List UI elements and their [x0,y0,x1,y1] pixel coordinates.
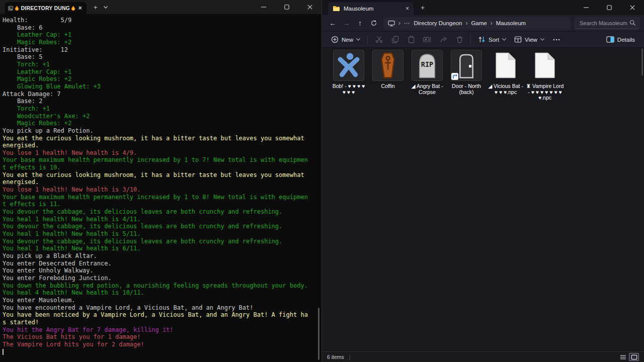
terminal-line: You pick up a Black Altar. [3,252,315,260]
back-button[interactable]: ← [326,17,340,30]
terminal-line: Glowing Blue Amulet: +3 [3,83,315,90]
explorer-command-bar: New Sort View [322,31,644,48]
terminal-line: You enter Unholy Walkway. [3,267,315,275]
delete-button[interactable] [451,33,467,46]
rename-button[interactable] [419,33,435,46]
paste-button[interactable] [403,33,419,46]
more-options-button[interactable] [548,33,565,46]
chevron-down-icon [540,38,544,41]
terminal-minimize-button[interactable] [252,0,275,14]
coffin-icon [374,52,401,79]
breadcrumb-item-mausoleum[interactable]: Mausoleum [496,20,526,26]
terminal-line: Attack Damage: 7 [3,90,315,98]
file-item-angry-bat-corpse[interactable]: ◢ Angry Bat - Corpse [408,50,447,101]
explorer-close-button[interactable] [621,0,644,15]
search-input[interactable] [579,20,629,27]
breadcrumb-chevron-icon: › [465,20,467,27]
new-button[interactable]: New [327,33,364,46]
explorer-scrollbar-thumb[interactable] [641,48,643,75]
terminal-cursor-line [3,348,315,356]
terminal-scrollbar[interactable] [315,14,321,362]
list-view-toggle[interactable] [618,353,628,361]
toolbar-divider [470,35,471,44]
file-item-bob[interactable]: Bob! - ♥ ♥ ♥ ♥ ♥ ♥ ♥ [329,50,368,101]
terminal-line: You devour the cabbage, its delicious le… [3,223,315,230]
new-plus-icon [331,36,339,43]
terminal-line: You heal 1 health! New health is 6/11. [3,245,315,252]
terminal-line: The Vampire Lord hits you for 2 damage! [3,341,315,348]
terminal-close-button[interactable] [298,0,321,14]
details-button[interactable]: Details [602,33,639,46]
terminal-app-icon [8,5,13,12]
person-figure-icon [335,52,362,79]
terminal-line: Magic Robes: +2 [3,39,315,46]
npc-file-icon [495,52,516,79]
terminal-line: You hit the Angry Bat for 7 damage, kill… [3,326,315,334]
status-view-toggles [618,353,639,361]
share-icon [440,36,447,43]
cut-button[interactable] [371,33,387,46]
terminal-line: You enter Foreboding Junction. [3,275,315,282]
breadcrumb-item-directory-dungeon[interactable]: Directory Dungeon [414,20,462,26]
file-item-vampire-lord-npc[interactable]: ♜ Vampire Lord - ♥ ♥ ♥ ♥ ♥ ♥ ♥ ♥.npc [525,50,565,101]
breadcrumb-chevron-icon: › [398,20,400,27]
search-box[interactable] [575,17,640,29]
view-button[interactable]: View [510,33,548,46]
explorer-tab[interactable]: Mausoleum × [328,2,414,15]
sort-button[interactable]: Sort [474,33,510,46]
file-label: ◢ Angry Bat - Corpse [412,83,443,95]
copy-button[interactable] [387,33,403,46]
explorer-minimize-button[interactable] [575,0,598,15]
toolbar-divider [367,35,368,44]
file-label: Door - North (back) [452,83,481,95]
breadcrumb[interactable]: › ⋯ Directory Dungeon › Game › Mausoleum [383,17,571,29]
file-item-coffin[interactable]: Coffin [368,50,408,101]
terminal-new-tab-button[interactable]: + [94,4,98,11]
terminal-line: Woodcutter's Axe: +2 [3,113,315,120]
terminal-line: You devour the cabbage, its delicious le… [3,208,315,216]
terminal-line: Magic Robes: +2 [3,75,315,83]
terminal-line: Torch: +1 [3,105,315,113]
terminal-line: You have encountered a Vampire Lord, a V… [3,304,315,312]
explorer-navbar: ← → ↑ › ⋯ Directory Dungeon › Game › Mau… [322,15,644,31]
explorer-maximize-button[interactable] [598,0,621,15]
share-button[interactable] [435,33,451,46]
search-icon [629,20,636,26]
terminal-line: You down the bubbling red potion, a nour… [3,282,315,290]
terminal-scrollbar-thumb[interactable] [318,308,319,360]
explorer-tab-close-icon[interactable]: × [406,5,409,12]
file-thumbnail [372,50,404,81]
file-item-door-north[interactable]: Door - North (back) [447,50,486,101]
trash-icon [456,36,463,43]
terminal-line: You have been noticed by a Vampire Lord,… [3,311,315,319]
terminal-maximize-button[interactable] [275,0,298,14]
refresh-button[interactable] [367,17,380,30]
file-item-vicious-bat-npc[interactable]: ◢ Vicious Bat - ♥ ♥ ♥.npc [486,50,525,101]
terminal-line: You eat the curious looking mushroom, it… [3,135,315,142]
terminal-tab[interactable]: DIRECTORY DUNGEON × [5,2,87,14]
breadcrumb-ellipsis[interactable]: ⋯ [404,20,411,27]
thumbnail-view-icon [631,354,637,360]
breadcrumb-item-game[interactable]: Game [471,20,487,26]
flame-icon [71,5,75,11]
terminal-tab-title: DIRECTORY DUNGEON [21,5,69,11]
explorer-new-tab-button[interactable]: + [421,4,425,12]
view-button-label: View [525,37,537,43]
view-icon [514,36,522,43]
terminal-line: s started! [3,319,315,326]
thumbnail-view-toggle[interactable] [629,353,639,361]
terminal-tab-close-icon[interactable]: × [77,5,84,12]
forward-button[interactable]: → [340,17,353,30]
terminal-output[interactable]: Health: 5/9 Base: 6 Leather Cap: +1 Magi… [0,14,315,362]
terminal-tab-dropdown-icon[interactable] [104,5,108,10]
chevron-down-icon [356,38,360,41]
up-button[interactable]: ↑ [353,17,367,30]
terminal-line: Torch: +1 [3,61,315,68]
file-label: Coffin [381,83,394,89]
file-thumbnail [451,50,482,81]
terminal-line: You heal 4 health! New health is 10/11. [3,289,315,297]
terminal-line: You lose 1 health! New health is 4/9. [3,149,315,157]
shortcut-overlay-icon [451,73,458,80]
terminal-window: DIRECTORY DUNGEON × + Health: 5/9 Base: … [0,0,322,362]
folder-icon [333,6,340,12]
